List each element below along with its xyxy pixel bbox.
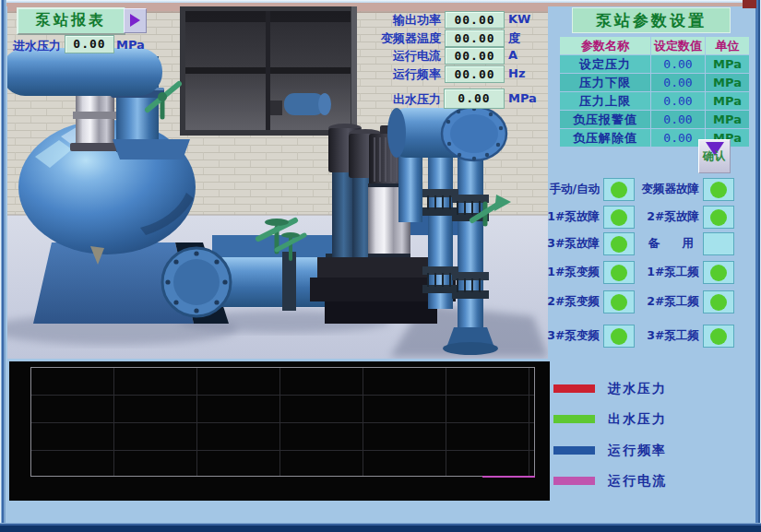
inlet-pressure-label: 进水压力 — [13, 38, 61, 54]
legend-label-inlet-pressure: 进水压力 — [608, 381, 667, 397]
outlet-pressure-label: 出水压力 — [367, 91, 441, 108]
status-label-pump3-fault: 3#泵故障 — [541, 236, 600, 252]
report-button[interactable]: 泵站报表 — [17, 7, 125, 35]
legend-label-run-frequency: 运行频率 — [608, 443, 667, 459]
inverter-temp-unit: 度 — [508, 30, 520, 47]
status-label-pump1-vfd: 1#泵变频 — [541, 265, 600, 280]
window — [180, 6, 357, 136]
param-unit: MPa — [706, 111, 749, 128]
status-label-pump2-vfd: 2#泵变频 — [541, 294, 600, 310]
window-frame-right — [755, 0, 761, 532]
header-param-name: 参数名称 — [560, 37, 650, 54]
indicator-lamp — [710, 209, 727, 226]
legend-swatch-run-frequency — [553, 446, 595, 455]
param-value[interactable]: 0.00 — [651, 92, 705, 110]
indicator-pump3-mains — [703, 325, 734, 348]
legend-label-outlet-pressure: 出水压力 — [608, 411, 667, 428]
param-name: 设定压力 — [560, 55, 650, 73]
indicator-pump3-fault — [603, 232, 635, 255]
param-value[interactable]: 0.00 — [651, 74, 705, 91]
param-unit: MPa — [706, 55, 749, 73]
confirm-label: 确认 — [699, 148, 730, 164]
param-name: 负压解除值 — [560, 129, 650, 147]
indicator-lamp — [611, 182, 627, 198]
param-value[interactable]: 0.00 — [651, 111, 705, 128]
window-frame-bottom — [0, 523, 761, 532]
status-label-pump3-mains: 3#泵工频 — [635, 328, 699, 344]
confirm-button[interactable]: 确认 — [698, 139, 731, 173]
param-unit: MPa — [706, 74, 749, 91]
header-set-value: 设定数值 — [651, 37, 705, 54]
table-row: 设定压力 0.00 MPa — [560, 55, 750, 73]
pump-station-hmi: 泵站报表 进水压力 0.00 MPa 输出功率 00.00 KW 变频器温度 0… — [0, 0, 761, 532]
run-frequency-unit: Hz — [508, 66, 525, 80]
run-current-unit: A — [508, 48, 517, 62]
table-row: 压力上限 0.00 MPa — [560, 92, 750, 110]
status-label-pump2-fault: 2#泵故障 — [635, 209, 699, 225]
status-label-pump2-mains: 2#泵工频 — [635, 294, 699, 310]
indicator-vfd-fault — [703, 178, 734, 201]
output-power-value: 00.00 — [445, 11, 505, 29]
indicator-lamp — [710, 265, 727, 281]
indicator-lamp — [710, 182, 727, 198]
indicator-lamp — [710, 328, 727, 345]
param-unit: MPa — [706, 92, 749, 110]
parameter-table: 参数名称 设定数值 单位 设定压力 0.00 MPa 压力下限 0.00 MPa… — [560, 37, 750, 148]
status-label-pump1-mains: 1#泵工频 — [635, 265, 699, 280]
indicator-lamp — [611, 265, 627, 281]
status-label-pump1-fault: 1#泵故障 — [541, 209, 600, 225]
indicator-pump1-fault — [603, 206, 635, 229]
indicator-lamp — [611, 236, 627, 253]
window-frame-left — [0, 0, 6, 532]
trend-plot-area — [30, 367, 535, 477]
corner-decoration — [743, 0, 756, 8]
report-nav-button[interactable] — [124, 8, 147, 33]
status-label-spare: 备 用 — [635, 236, 699, 252]
legend-swatch-inlet-pressure — [553, 384, 595, 393]
outlet-pressure-unit: MPa — [508, 91, 537, 105]
param-name: 压力下限 — [560, 74, 650, 91]
status-label-pump3-vfd: 3#泵变频 — [541, 328, 600, 344]
param-name: 压力上限 — [560, 92, 650, 110]
indicator-pump2-fault — [703, 206, 734, 229]
table-header-row: 参数名称 设定数值 单位 — [560, 37, 750, 54]
inlet-pressure-value: 0.00 — [65, 35, 114, 53]
trend-chart — [9, 361, 550, 501]
inverter-temp-value: 00.00 — [445, 30, 505, 47]
header-unit: 单位 — [706, 37, 749, 54]
play-arrow-icon — [130, 14, 140, 27]
table-row: 压力下限 0.00 MPa — [560, 74, 750, 91]
output-power-unit: KW — [508, 12, 530, 26]
inlet-pressure-unit: MPa — [116, 38, 145, 52]
indicator-pump2-mains — [703, 290, 734, 313]
indicator-manual-auto — [603, 178, 635, 201]
indicator-lamp — [611, 209, 627, 226]
table-row: 负压报警值 0.00 MPa — [560, 111, 750, 128]
indicator-pump2-vfd — [603, 290, 635, 313]
param-value[interactable]: 0.00 — [651, 55, 705, 73]
param-name: 负压报警值 — [560, 111, 650, 128]
window-frame-top — [0, 0, 761, 3]
indicator-lamp — [611, 294, 627, 311]
settings-panel-title: 泵站参数设置 — [572, 7, 731, 33]
run-frequency-label: 运行频率 — [367, 66, 441, 83]
output-power-label: 输出功率 — [367, 12, 441, 29]
indicator-pump1-mains — [703, 261, 734, 284]
indicator-spare — [703, 232, 734, 255]
run-frequency-value: 00.00 — [445, 65, 505, 83]
status-label-manual-auto: 手动/自动 — [541, 182, 600, 197]
indicator-pump3-vfd — [603, 325, 635, 348]
current-trace — [482, 476, 535, 478]
inverter-temp-label: 变频器温度 — [367, 30, 441, 47]
legend-label-run-current: 运行电流 — [608, 473, 667, 490]
outlet-pressure-value: 0.00 — [444, 89, 505, 109]
indicator-lamp — [611, 328, 627, 345]
legend-swatch-run-current — [553, 477, 595, 485]
status-label-vfd-fault: 变频器故障 — [635, 182, 699, 197]
run-current-label: 运行电流 — [367, 48, 441, 65]
legend-swatch-outlet-pressure — [553, 415, 595, 423]
run-current-value: 00.00 — [445, 47, 505, 65]
indicator-pump1-vfd — [603, 261, 635, 284]
indicator-lamp — [710, 294, 727, 311]
param-value[interactable]: 0.00 — [651, 129, 705, 147]
